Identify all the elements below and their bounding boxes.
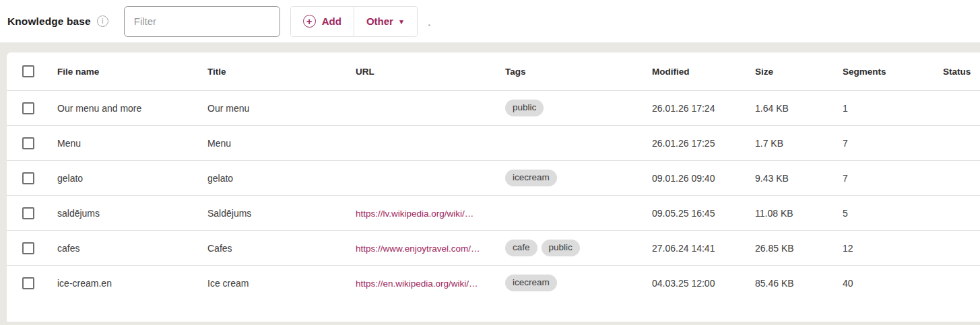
row-checkbox[interactable] bbox=[22, 137, 34, 149]
cell-size: 1.64 KB bbox=[755, 103, 843, 114]
cell-title: Ice cream bbox=[207, 278, 356, 289]
column-header-size: Size bbox=[755, 67, 843, 77]
cell-modified: 09.01.26 09:40 bbox=[652, 173, 755, 184]
add-button[interactable]: + Add bbox=[291, 7, 354, 36]
column-header-modified: Modified bbox=[652, 67, 755, 77]
column-header-status: Status bbox=[943, 67, 980, 77]
page-title: Knowledge base bbox=[7, 15, 91, 28]
cell-file-name: ice-cream.en bbox=[57, 278, 207, 289]
cell-status bbox=[943, 138, 980, 149]
cell-title: Our menu bbox=[207, 103, 356, 114]
url-link[interactable]: https://lv.wikipedia.org/wiki/… bbox=[356, 209, 473, 219]
cell-url: https://lv.wikipedia.org/wiki/… bbox=[356, 208, 505, 219]
decorative-dot bbox=[428, 24, 430, 26]
circle-plus-icon: + bbox=[303, 15, 316, 28]
table-row[interactable]: Menu Menu 26.01.26 17:25 1.7 KB 7 bbox=[7, 125, 980, 160]
cell-url: https://www.enjoytravel.com/… bbox=[356, 243, 505, 254]
tag-chip: icecream bbox=[505, 275, 557, 291]
cell-file-name: saldējums bbox=[57, 208, 207, 219]
cell-size: 9.43 KB bbox=[755, 173, 843, 184]
info-icon[interactable]: i bbox=[97, 15, 108, 27]
filter-input[interactable] bbox=[124, 6, 280, 37]
cell-status bbox=[943, 173, 980, 184]
cell-size: 11.08 KB bbox=[755, 208, 843, 219]
cell-status bbox=[943, 103, 980, 114]
cell-segments: 7 bbox=[843, 173, 943, 184]
cell-segments: 7 bbox=[843, 138, 943, 149]
toolbar-button-group: + Add Other ▼ bbox=[290, 6, 418, 37]
cell-modified: 26.01.26 17:24 bbox=[652, 103, 755, 114]
column-header-url: URL bbox=[356, 67, 505, 77]
cell-file-name: Our menu and more bbox=[57, 103, 207, 114]
cell-title: gelato bbox=[207, 173, 356, 184]
cell-segments: 40 bbox=[843, 278, 943, 289]
other-dropdown-button[interactable]: Other ▼ bbox=[354, 7, 417, 36]
cell-tags: icecream bbox=[505, 170, 652, 186]
cell-url: https://en.wikipedia.org/wiki/… bbox=[356, 278, 505, 289]
cell-tags: cafepublic bbox=[505, 240, 652, 256]
url-link[interactable]: https://www.enjoytravel.com/… bbox=[356, 244, 480, 254]
cell-segments: 1 bbox=[843, 103, 943, 114]
caret-down-icon: ▼ bbox=[398, 18, 405, 26]
row-checkbox[interactable] bbox=[22, 172, 34, 184]
cell-size: 85.46 KB bbox=[755, 278, 843, 289]
cell-title: Menu bbox=[207, 138, 356, 149]
row-checkbox[interactable] bbox=[22, 242, 34, 254]
other-button-label: Other bbox=[366, 15, 393, 27]
cell-modified: 04.03.25 12:00 bbox=[652, 278, 755, 289]
column-header-segments: Segments bbox=[843, 67, 943, 77]
cell-file-name: cafes bbox=[57, 243, 207, 254]
tag-chip: cafe bbox=[505, 240, 537, 256]
cell-tags: icecream bbox=[505, 275, 652, 291]
cell-status bbox=[943, 208, 980, 219]
toolbar: Knowledge base i + Add Other ▼ bbox=[0, 0, 980, 42]
cell-title: Saldējums bbox=[207, 208, 356, 219]
table-row[interactable]: saldējums Saldējums https://lv.wikipedia… bbox=[7, 195, 980, 230]
cell-status bbox=[943, 278, 980, 289]
header-checkbox-cell bbox=[7, 65, 57, 77]
table-header-row: File name Title URL Tags Modified Size S… bbox=[7, 52, 980, 90]
cell-status bbox=[943, 243, 980, 254]
cell-segments: 12 bbox=[843, 243, 943, 254]
table-row[interactable]: cafes Cafes https://www.enjoytravel.com/… bbox=[7, 230, 980, 265]
table-row[interactable]: Our menu and more Our menu public 26.01.… bbox=[7, 90, 980, 125]
column-header-title: Title bbox=[207, 67, 356, 77]
cell-modified: 26.01.26 17:25 bbox=[652, 138, 755, 149]
cell-size: 1.7 KB bbox=[755, 138, 843, 149]
column-header-file-name: File name bbox=[57, 67, 207, 77]
cell-file-name: gelato bbox=[57, 173, 207, 184]
cell-file-name: Menu bbox=[57, 138, 207, 149]
cell-title: Cafes bbox=[207, 243, 356, 254]
tag-chip: public bbox=[542, 240, 580, 256]
row-checkbox[interactable] bbox=[22, 102, 34, 114]
cell-segments: 5 bbox=[843, 208, 943, 219]
row-checkbox[interactable] bbox=[22, 277, 34, 289]
select-all-checkbox[interactable] bbox=[22, 65, 34, 77]
add-button-label: Add bbox=[322, 15, 341, 27]
cell-modified: 27.06.24 14:41 bbox=[652, 243, 755, 254]
table-row[interactable]: ice-cream.en Ice cream https://en.wikipe… bbox=[7, 265, 980, 300]
row-checkbox[interactable] bbox=[22, 207, 34, 219]
cell-modified: 09.05.25 16:45 bbox=[652, 208, 755, 219]
knowledge-base-table: File name Title URL Tags Modified Size S… bbox=[7, 52, 980, 322]
url-link[interactable]: https://en.wikipedia.org/wiki/… bbox=[356, 279, 478, 289]
tag-chip: public bbox=[505, 100, 544, 116]
tag-chip: icecream bbox=[505, 170, 557, 186]
table-row[interactable]: gelato gelato icecream 09.01.26 09:40 9.… bbox=[7, 160, 980, 195]
cell-tags: public bbox=[505, 100, 652, 116]
table-body: Our menu and more Our menu public 26.01.… bbox=[7, 90, 980, 300]
column-header-tags: Tags bbox=[505, 67, 652, 77]
cell-size: 26.85 KB bbox=[755, 243, 843, 254]
